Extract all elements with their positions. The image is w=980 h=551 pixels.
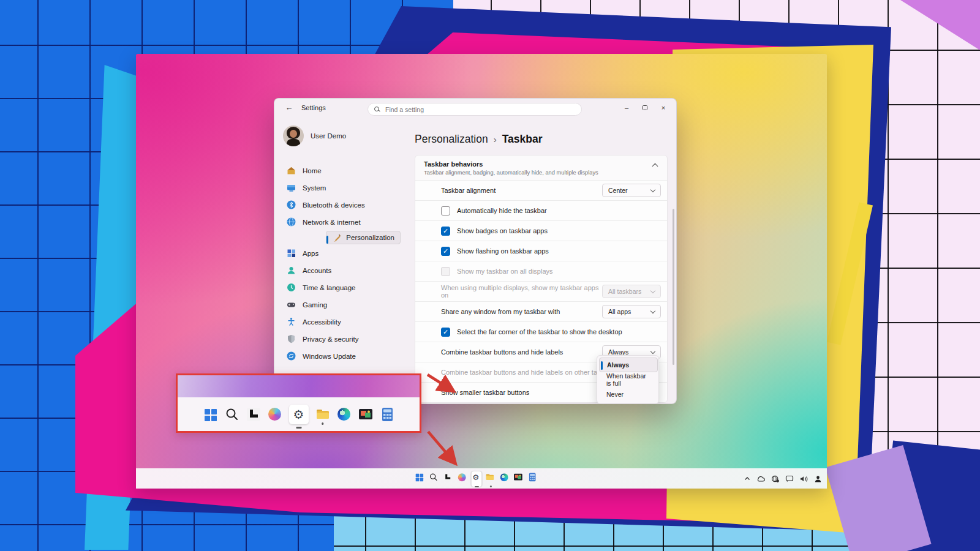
active-app-indicator xyxy=(296,427,301,429)
photos-icon[interactable] xyxy=(513,471,524,487)
active-app-indicator xyxy=(474,486,478,487)
search-icon xyxy=(225,407,239,422)
copilot-icon[interactable] xyxy=(457,471,467,487)
windows-update-icon xyxy=(287,351,296,361)
row-taskbar-alignment: Taskbar alignment Center xyxy=(415,180,667,200)
copilot-icon xyxy=(268,407,282,422)
hidden-icons-chevron[interactable] xyxy=(744,475,751,482)
preview-wallpaper xyxy=(178,375,420,397)
settings-titlebar[interactable]: ← Settings – × xyxy=(274,99,676,118)
maximize-icon xyxy=(643,105,647,110)
calculator-icon[interactable] xyxy=(527,471,538,487)
start-button[interactable] xyxy=(415,471,425,487)
start-button xyxy=(203,407,218,422)
preview-taskbar: ⚙ xyxy=(178,397,420,431)
card-subtitle: Taskbar alignment, badging, automaticall… xyxy=(424,170,658,176)
breadcrumb-separator: › xyxy=(494,134,497,144)
settings-app-icon[interactable]: ⚙ xyxy=(471,471,481,487)
taskbar-app-icons: ⚙ xyxy=(415,471,538,487)
file-explorer-icon xyxy=(315,407,330,422)
row-share-window: Share any window from my taskbar with Al… xyxy=(415,301,667,321)
settings-app-icon: ⚙ xyxy=(289,405,309,424)
row-multiple-displays: When using multiple displays, show my ta… xyxy=(415,281,667,301)
open-app-indicator xyxy=(489,485,491,487)
row-far-corner-desktop: ✓ Select the far corner of the taskbar t… xyxy=(415,321,667,342)
sidebar-item-apps[interactable]: Apps xyxy=(281,245,401,261)
breadcrumb-section[interactable]: Personalization xyxy=(415,133,488,146)
system-icon xyxy=(287,183,296,192)
sidebar-item-gaming[interactable]: Gaming xyxy=(281,296,401,313)
chevron-down-icon xyxy=(650,288,655,293)
row-show-badges: ✓ Show badges on taskbar apps xyxy=(415,220,667,241)
sidebar-item-time-language[interactable]: Time & language xyxy=(281,279,401,296)
chevron-down-icon xyxy=(650,348,655,353)
sidebar-item-windows-update[interactable]: Windows Update xyxy=(281,348,401,364)
network-icon xyxy=(287,217,296,227)
sidebar-item-accounts[interactable]: Accounts xyxy=(281,262,401,279)
sidebar-item-personalization[interactable]: Personalization xyxy=(326,231,401,244)
onedrive-cloud-icon[interactable] xyxy=(756,475,766,482)
personalization-icon xyxy=(332,233,341,242)
time-language-icon xyxy=(287,283,296,292)
settings-sidebar: User Demo Home System Bluetooth & device… xyxy=(274,118,407,403)
volume-icon[interactable] xyxy=(799,475,809,483)
people-icon[interactable] xyxy=(814,475,822,483)
open-app-indicator xyxy=(322,422,324,425)
search-icon[interactable] xyxy=(429,471,439,487)
edge-icon[interactable] xyxy=(499,471,510,487)
close-button[interactable]: × xyxy=(654,99,673,117)
settings-search-box[interactable] xyxy=(368,103,582,116)
show-badges-checkbox[interactable]: ✓ xyxy=(441,227,450,236)
chevron-down-icon xyxy=(650,308,655,313)
screenshot-root: ⚙ xyxy=(0,0,980,551)
window-title: Settings xyxy=(301,104,326,111)
system-tray xyxy=(744,469,822,489)
file-explorer-icon[interactable] xyxy=(485,471,496,487)
calculator-icon xyxy=(380,407,394,422)
taskbar-behaviors-header[interactable]: Taskbar behaviors Taskbar alignment, bad… xyxy=(415,156,667,180)
dropdown-option-when-full[interactable]: When taskbar is full xyxy=(599,372,657,387)
search-input[interactable] xyxy=(384,105,575,114)
content-scrollbar[interactable] xyxy=(673,209,674,365)
row-auto-hide-taskbar: Automatically hide the taskbar xyxy=(415,200,667,220)
sidebar-item-home[interactable]: Home xyxy=(281,162,401,179)
sidebar-item-bluetooth-devices[interactable]: Bluetooth & devices xyxy=(281,197,401,213)
taskbar-alignment-select[interactable]: Center xyxy=(602,184,661,197)
multiple-displays-select: All taskbars xyxy=(602,285,661,298)
row-show-flashing: ✓ Show flashing on taskbar apps xyxy=(415,241,667,261)
far-corner-checkbox[interactable]: ✓ xyxy=(441,328,450,337)
network-icon[interactable] xyxy=(771,475,780,483)
bluetooth-icon xyxy=(287,200,296,209)
apps-icon xyxy=(287,249,296,258)
home-icon xyxy=(287,166,296,175)
sidebar-item-privacy-security[interactable]: Privacy & security xyxy=(281,331,401,347)
breadcrumb: Personalization › Taskbar xyxy=(415,133,668,146)
user-profile[interactable]: User Demo xyxy=(281,121,401,151)
settings-window: ← Settings – × User Demo xyxy=(274,98,677,404)
sidebar-item-accessibility[interactable]: Accessibility xyxy=(281,313,401,330)
taskbar-preview-callout: ⚙ xyxy=(176,373,421,433)
dropdown-option-always[interactable]: Always xyxy=(599,358,658,372)
row-taskbar-all-displays: Show my taskbar on all displays xyxy=(415,261,667,281)
user-name: User Demo xyxy=(311,132,346,140)
chat-icon[interactable] xyxy=(785,475,794,483)
sidebar-item-system[interactable]: System xyxy=(281,179,401,196)
back-button[interactable]: ← xyxy=(283,103,295,112)
task-view-icon[interactable] xyxy=(443,471,453,487)
sidebar-item-network-internet[interactable]: Network & internet xyxy=(281,214,401,230)
desktop-taskbar[interactable]: ⚙ xyxy=(136,468,827,489)
task-view-icon xyxy=(246,407,261,422)
all-displays-checkbox xyxy=(441,267,450,276)
page-title: Taskbar xyxy=(502,133,543,146)
show-flashing-checkbox[interactable]: ✓ xyxy=(441,247,450,256)
auto-hide-checkbox[interactable] xyxy=(441,206,450,216)
gaming-icon xyxy=(287,300,296,309)
dropdown-option-never[interactable]: Never xyxy=(599,387,657,402)
minimize-button[interactable]: – xyxy=(617,99,636,117)
maximize-button[interactable] xyxy=(636,99,654,117)
accounts-icon xyxy=(287,266,296,275)
photos-icon xyxy=(358,407,373,422)
card-title: Taskbar behaviors xyxy=(424,160,658,168)
share-window-select[interactable]: All apps xyxy=(602,305,661,318)
chevron-down-icon xyxy=(650,187,655,192)
